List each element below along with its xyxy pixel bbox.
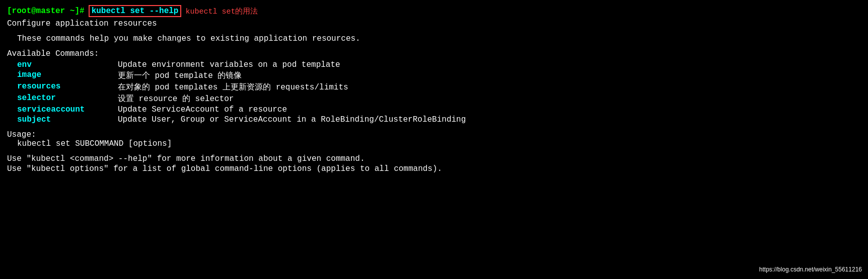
prompt: [root@master ~]# [7, 7, 85, 16]
cmd-desc-subject: Update User, Group or ServiceAccount in … [118, 115, 466, 124]
footer-line-1: Use "kubectl <command> --help" for more … [7, 154, 861, 163]
cmd-desc-serviceaccount: Update ServiceAccount of a resource [118, 105, 287, 114]
cmd-desc-env: Update environment variables on a pod te… [118, 60, 340, 69]
list-item: serviceaccount Update ServiceAccount of … [17, 105, 861, 114]
list-item: selector 设置 resource 的 selector [17, 94, 861, 104]
list-item: image 更新一个 pod template 的镜像 [17, 70, 861, 81]
cmd-desc-selector: 设置 resource 的 selector [118, 94, 234, 104]
list-item: subject Update User, Group or ServiceAcc… [17, 115, 861, 124]
cmd-name-env: env [17, 60, 118, 69]
configure-line: Configure application resources [7, 19, 861, 28]
cmd-name-image: image [17, 70, 118, 81]
cmd-name-serviceaccount: serviceaccount [17, 105, 118, 114]
terminal-window: [root@master ~]# kubectl set --help kube… [7, 5, 861, 173]
commands-list: env Update environment variables on a po… [7, 60, 861, 124]
usage-header: Usage: [7, 130, 861, 139]
list-item: env Update environment variables on a po… [17, 60, 861, 69]
command-line: [root@master ~]# kubectl set --help kube… [7, 5, 861, 17]
cmd-name-subject: subject [17, 115, 118, 124]
usage-section: Usage: kubectl set SUBCOMMAND [options] [7, 130, 861, 148]
available-commands-header: Available Commands: [7, 49, 861, 58]
cmd-desc-image: 更新一个 pod template 的镜像 [118, 70, 242, 81]
footer-section: Use "kubectl <command> --help" for more … [7, 154, 861, 173]
list-item: resources 在对象的 pod templates 上更新资源的 requ… [17, 82, 861, 92]
cmd-name-resources: resources [17, 82, 118, 92]
footer-line-2: Use "kubectl options" for a list of glob… [7, 164, 861, 173]
description-line: These commands help you make changes to … [17, 34, 861, 43]
cmd-name-selector: selector [17, 94, 118, 104]
cmd-desc-resources: 在对象的 pod templates 上更新资源的 requests/limit… [118, 82, 348, 92]
usage-command: kubectl set SUBCOMMAND [options] [17, 139, 861, 148]
command-highlighted: kubectl set --help [89, 5, 182, 17]
annotation-text: kubectl set的用法 [185, 7, 258, 16]
watermark: https://blog.csdn.net/weixin_55611216 [759, 266, 862, 273]
